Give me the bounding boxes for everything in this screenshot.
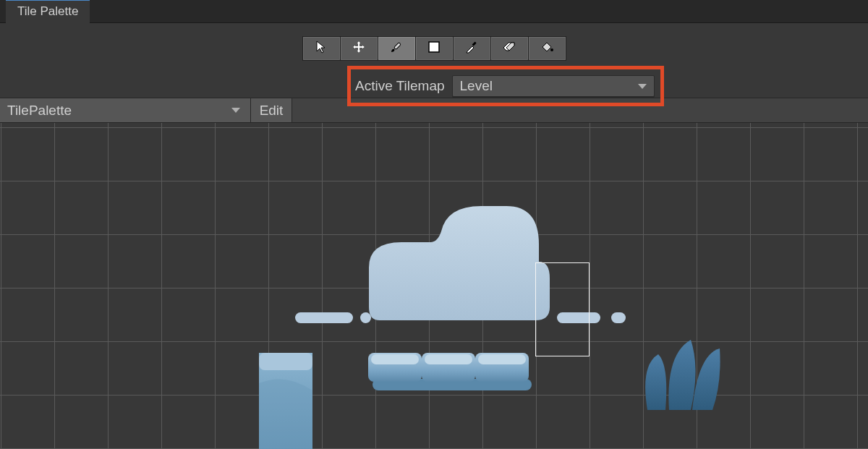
tool-area: Active Tilemap Level (0, 23, 868, 98)
svg-rect-1 (393, 43, 401, 50)
brush-icon (389, 40, 404, 57)
tab-tile-palette[interactable]: Tile Palette (6, 0, 90, 22)
edit-label: Edit (260, 103, 284, 119)
chevron-down-icon (231, 108, 240, 113)
palette-value: TilePalette (7, 103, 72, 119)
box-tool-button[interactable] (415, 36, 453, 61)
svg-rect-11 (611, 312, 626, 323)
svg-rect-2 (429, 42, 439, 52)
svg-rect-19 (425, 354, 472, 364)
svg-rect-9 (360, 312, 371, 323)
svg-rect-3 (472, 41, 476, 46)
svg-point-7 (550, 48, 553, 51)
tab-label: Tile Palette (17, 4, 78, 19)
edit-button[interactable]: Edit (251, 98, 292, 122)
tile-artwork (0, 123, 868, 449)
svg-marker-6 (542, 43, 551, 51)
active-tilemap-highlight: Active Tilemap Level (347, 66, 664, 106)
active-tilemap-dropdown[interactable]: Level (452, 75, 655, 97)
move-tool-button[interactable] (340, 36, 378, 61)
tile-canvas[interactable] (0, 123, 868, 449)
tool-row (0, 36, 868, 61)
svg-marker-0 (317, 41, 325, 53)
paint-tool-button[interactable] (378, 36, 415, 61)
erase-tool-button[interactable] (490, 36, 528, 61)
eyedropper-icon (464, 40, 479, 57)
active-tilemap-label: Active Tilemap (351, 78, 445, 94)
bucket-icon (540, 40, 554, 57)
svg-rect-13 (259, 353, 312, 370)
chevron-down-icon (638, 84, 647, 89)
move-icon (352, 40, 366, 57)
active-tilemap-value: Level (460, 78, 493, 94)
picker-tool-button[interactable] (453, 36, 490, 61)
eraser-icon (502, 40, 516, 57)
cursor-icon (314, 40, 328, 57)
square-icon (427, 40, 441, 57)
svg-rect-20 (478, 354, 526, 364)
tab-strip: Tile Palette (0, 0, 868, 23)
palette-dropdown[interactable]: TilePalette (0, 98, 251, 122)
svg-rect-8 (295, 312, 353, 323)
fill-tool-button[interactable] (528, 36, 566, 61)
select-tool-button[interactable] (302, 36, 340, 61)
svg-rect-18 (371, 354, 419, 364)
tile-selection-box (535, 262, 590, 356)
